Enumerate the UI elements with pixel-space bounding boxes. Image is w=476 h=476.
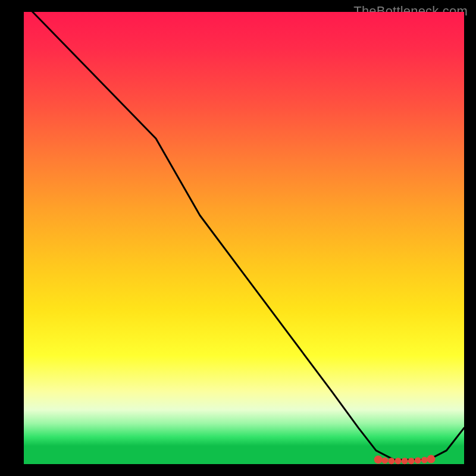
marker-dot xyxy=(415,457,421,464)
plot-area xyxy=(24,12,464,464)
marker-dot xyxy=(374,455,383,464)
marker-dot xyxy=(402,458,408,464)
marker-dot xyxy=(421,457,428,464)
marker-dot xyxy=(408,458,415,464)
marker-dot xyxy=(388,458,394,464)
marker-dot xyxy=(381,457,388,464)
marker-dot xyxy=(427,455,436,464)
marker-dot xyxy=(395,458,402,464)
chart-stage: TheBottleneck.com xyxy=(0,0,476,476)
bottleneck-curve xyxy=(24,3,464,460)
chart-svg xyxy=(24,12,464,464)
optimal-range-dots xyxy=(374,455,436,465)
